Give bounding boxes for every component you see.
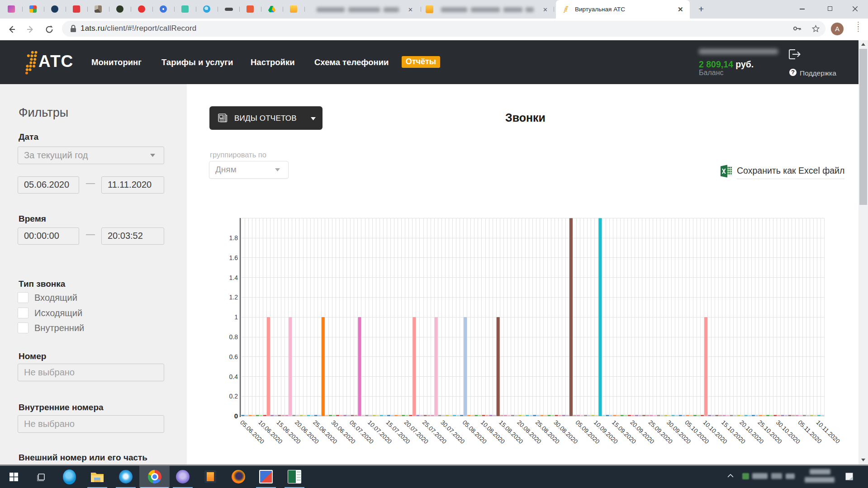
svg-text:1.8: 1.8 [229, 234, 238, 242]
svg-text:1: 1 [234, 313, 238, 321]
svg-text:0.6: 0.6 [229, 353, 238, 360]
svg-text:0.4: 0.4 [229, 373, 238, 380]
svg-text:1.4: 1.4 [229, 274, 238, 281]
svg-text:0.8: 0.8 [229, 333, 238, 341]
svg-text:0: 0 [234, 412, 238, 420]
svg-text:1.6: 1.6 [229, 254, 238, 261]
svg-text:1.2: 1.2 [229, 294, 238, 301]
svg-text:0.2: 0.2 [229, 393, 238, 400]
